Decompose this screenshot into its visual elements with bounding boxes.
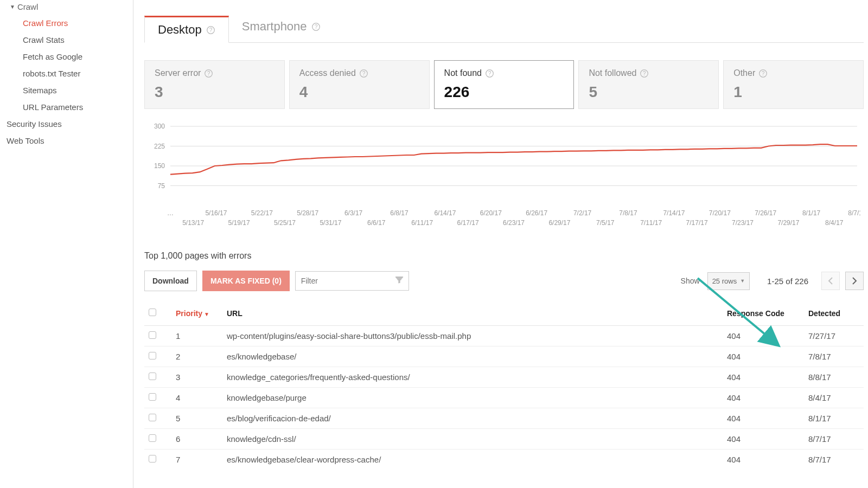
svg-text:?: ? (207, 70, 210, 76)
nav-item-sitemaps[interactable]: Sitemaps (10, 82, 133, 99)
nav-item-url-parameters[interactable]: URL Parameters (10, 99, 133, 115)
cell-detected: 7/27/17 (804, 326, 864, 346)
svg-text:5/22/17: 5/22/17 (251, 209, 273, 217)
table-title: Top 1,000 pages with errors (144, 251, 864, 261)
svg-text:7/8/17: 7/8/17 (619, 209, 637, 217)
tab-desktop[interactable]: Desktop? (144, 16, 229, 43)
filter-input-wrapper[interactable] (295, 271, 409, 291)
card-not-found[interactable]: Not found?226 (434, 60, 575, 109)
nav-top-web-tools[interactable]: Web Tools (0, 132, 133, 149)
help-icon: ? (485, 69, 494, 78)
card-value: 3 (155, 84, 275, 101)
card-server-error[interactable]: Server error?3 (144, 60, 285, 109)
col-response-code[interactable]: Response Code (723, 301, 804, 326)
table-row[interactable]: 7es/knowledgebase/clear-wordpress-cache/… (144, 450, 864, 470)
prev-page-button[interactable] (821, 272, 840, 290)
cell-response-code: 404 (723, 326, 804, 346)
svg-text:?: ? (762, 70, 765, 76)
mark-fixed-button[interactable]: MARK AS FIXED (0) (202, 271, 290, 291)
pagination-info: 1-25 of 226 (767, 277, 808, 286)
row-checkbox[interactable] (149, 352, 156, 359)
cell-detected: 8/1/17 (804, 408, 864, 429)
table-row[interactable]: 4knowledgebase/purge4048/4/17 (144, 388, 864, 408)
cell-response-code: 404 (723, 450, 804, 470)
svg-text:6/3/17: 6/3/17 (344, 209, 363, 217)
card-label: Not found (444, 68, 482, 78)
card-not-followed[interactable]: Not followed?5 (578, 60, 719, 109)
cell-url: knowledge/cdn-ssl/ (222, 429, 723, 450)
svg-text:8/7/17: 8/7/17 (848, 209, 860, 217)
card-label: Other (733, 68, 755, 78)
filter-input[interactable] (296, 277, 409, 285)
svg-text:7/5/17: 7/5/17 (596, 219, 615, 227)
filter-icon (394, 275, 404, 287)
table-row[interactable]: 3knowledge_categories/frequently-asked-q… (144, 367, 864, 388)
cell-priority: 5 (171, 408, 222, 429)
row-checkbox[interactable] (149, 393, 156, 401)
svg-text:6/26/17: 6/26/17 (526, 209, 547, 217)
device-tabs: Desktop?Smartphone? (144, 15, 864, 43)
cell-detected: 8/7/17 (804, 450, 864, 470)
nav-section-label: Crawl (17, 2, 38, 11)
next-page-button[interactable] (845, 272, 864, 290)
col-detected[interactable]: Detected (804, 301, 864, 326)
col-url[interactable]: URL (222, 301, 723, 326)
tab-label: Desktop (158, 23, 202, 37)
svg-text:7/11/17: 7/11/17 (640, 219, 662, 227)
rows-per-page-select[interactable]: 25 rows ▼ (707, 272, 750, 290)
nav-section-crawl[interactable]: ▼ Crawl (10, 1, 133, 15)
sort-desc-icon: ▼ (204, 311, 209, 317)
nav-top-security-issues[interactable]: Security Issues (0, 115, 133, 132)
card-value: 1 (733, 84, 853, 101)
show-label: Show (681, 277, 700, 285)
caret-down-icon: ▼ (10, 4, 15, 10)
nav-item-robots-txt-tester[interactable]: robots.txt Tester (10, 65, 133, 82)
col-priority[interactable]: Priority▼ (171, 301, 222, 326)
svg-text:5/19/17: 5/19/17 (228, 219, 250, 227)
cell-priority: 2 (171, 346, 222, 367)
svg-text:7/14/17: 7/14/17 (663, 209, 685, 217)
cell-url: wp-content/plugins/easy-social-share-but… (222, 326, 723, 346)
card-other[interactable]: Other?1 (723, 60, 864, 109)
card-access-denied[interactable]: Access denied?4 (289, 60, 430, 109)
table-toolbar: Download MARK AS FIXED (0) Show 25 rows … (144, 271, 864, 291)
cell-url: es/knowledgebase/clear-wordpress-cache/ (222, 450, 723, 470)
row-checkbox[interactable] (149, 434, 156, 442)
table-row[interactable]: 5es/blog/verificacion-de-edad/4048/1/17 (144, 408, 864, 429)
cell-detected: 8/7/17 (804, 429, 864, 450)
help-icon: ? (206, 25, 215, 35)
svg-text:75: 75 (158, 182, 165, 190)
svg-text:?: ? (643, 70, 646, 76)
select-all-checkbox[interactable] (149, 309, 156, 316)
svg-text:6/6/17: 6/6/17 (367, 219, 386, 227)
help-icon: ? (204, 69, 213, 78)
table-row[interactable]: 2es/knowledgebase/4047/8/17 (144, 346, 864, 367)
row-checkbox[interactable] (149, 331, 156, 339)
svg-text:?: ? (488, 70, 492, 76)
svg-text:6/8/17: 6/8/17 (390, 209, 409, 217)
svg-text:5/16/17: 5/16/17 (205, 209, 227, 217)
svg-text:6/20/17: 6/20/17 (480, 209, 502, 217)
svg-text:?: ? (314, 23, 317, 29)
svg-text:7/26/17: 7/26/17 (755, 209, 776, 217)
card-label: Access denied (299, 68, 356, 78)
svg-text:5/13/17: 5/13/17 (182, 219, 204, 227)
card-value: 226 (444, 84, 564, 101)
download-button[interactable]: Download (144, 271, 197, 291)
nav-item-crawl-errors[interactable]: Crawl Errors (10, 15, 133, 31)
table-row[interactable]: 1wp-content/plugins/easy-social-share-bu… (144, 326, 864, 346)
tab-smartphone[interactable]: Smartphone? (229, 16, 334, 43)
tab-label: Smartphone (242, 20, 307, 34)
row-checkbox[interactable] (149, 373, 156, 380)
svg-text:?: ? (209, 27, 212, 33)
crawl-errors-chart: 75150225300…5/16/175/22/175/28/176/3/176… (144, 123, 860, 232)
row-checkbox[interactable] (149, 414, 156, 421)
cell-url: knowledge_categories/frequently-asked-qu… (222, 367, 723, 388)
svg-text:8/1/17: 8/1/17 (802, 209, 821, 217)
nav-item-crawl-stats[interactable]: Crawl Stats (10, 31, 133, 48)
table-row[interactable]: 6knowledge/cdn-ssl/4048/7/17 (144, 429, 864, 450)
row-checkbox[interactable] (149, 455, 156, 463)
errors-table: Priority▼ URL Response Code Detected 1wp… (144, 301, 864, 470)
svg-text:6/11/17: 6/11/17 (411, 219, 433, 227)
nav-item-fetch-as-google[interactable]: Fetch as Google (10, 48, 133, 65)
